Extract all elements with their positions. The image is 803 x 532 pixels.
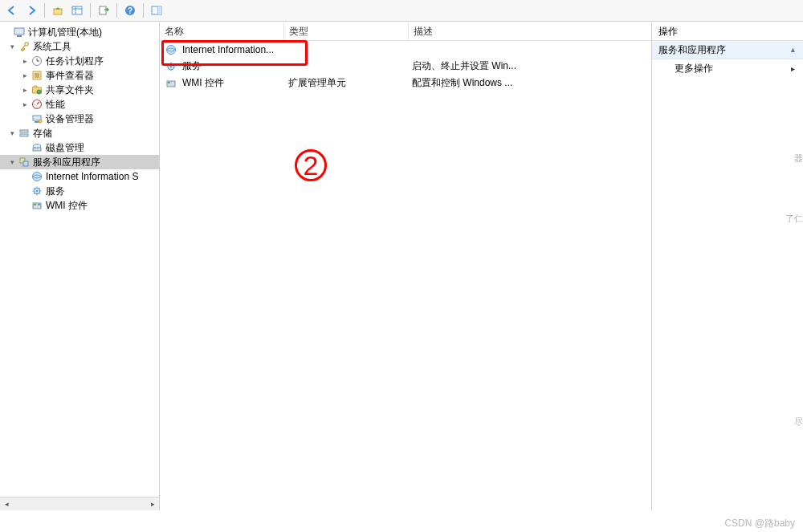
scroll-right-icon[interactable]: ▸ (146, 498, 159, 510)
main-area: 计算机管理(本地) ▾ 系统工具 ▸ 任务计划程序 ▸ 事件查看器 ▸ 共享文件 (0, 22, 803, 510)
panes-button[interactable] (68, 2, 86, 19)
tree-item-performance[interactable]: ▸ 性能 (0, 97, 159, 112)
actions-item-label: 更多操作 (675, 62, 713, 75)
back-button[interactable] (3, 2, 21, 19)
tree-label: 存储 (33, 127, 52, 140)
tree-item-storage[interactable]: ▾ 存储 (0, 126, 159, 140)
cell-text: 启动、终止并设置 Win... (407, 59, 651, 73)
forward-button[interactable] (22, 2, 40, 19)
scroll-left-icon[interactable]: ◂ (0, 498, 13, 510)
svg-rect-10 (14, 28, 24, 35)
svg-rect-35 (23, 161, 28, 166)
toolbar-separator (116, 3, 117, 18)
tree-item-iis[interactable]: Internet Information S (0, 169, 159, 184)
actions-category[interactable]: 服务和应用程序 ▲ (652, 41, 803, 59)
expander-closed-icon[interactable]: ▸ (19, 86, 31, 94)
column-header-type[interactable]: 类型 (284, 22, 409, 40)
toolbar-separator (44, 3, 45, 18)
svg-point-36 (33, 173, 42, 181)
tree-label: 服务 (46, 185, 65, 198)
svg-line-13 (23, 46, 26, 48)
svg-point-44 (170, 65, 173, 67)
actions-item-more[interactable]: 更多操作 ▸ (652, 59, 803, 77)
wmi-icon (31, 199, 43, 212)
content-pane: 名称 类型 描述 Internet Information... 服务 启动、终… (160, 22, 652, 510)
disk-icon (31, 141, 43, 154)
export-button[interactable] (95, 2, 112, 19)
tree-item-event-viewer[interactable]: ▸ 事件查看器 (0, 68, 159, 83)
edge-text: 了仁 (785, 213, 803, 225)
list-row-iis[interactable]: Internet Information... (160, 41, 651, 58)
cell-text: Internet Information... (182, 44, 274, 55)
expander-closed-icon[interactable]: ▸ (19, 57, 31, 65)
list-row-wmi[interactable]: WMI 控件 扩展管理单元 配置和控制 Windows ... (160, 75, 651, 91)
chevron-right-icon: ▸ (791, 64, 795, 73)
svg-point-42 (167, 45, 176, 54)
tree-label: 磁盘管理 (46, 141, 84, 155)
tree-label: 事件查看器 (46, 69, 94, 83)
svg-rect-4 (100, 6, 106, 14)
folder-up-icon (52, 5, 63, 16)
actions-pane-title: 操作 (652, 22, 803, 41)
expander-closed-icon[interactable]: ▸ (19, 100, 31, 108)
expander-open-icon[interactable]: ▾ (6, 158, 18, 166)
tree-label: 计算机管理(本地) (28, 26, 102, 39)
tree-item-services-apps[interactable]: ▾ 服务和应用程序 (0, 155, 159, 169)
tree-item-task-scheduler[interactable]: ▸ 任务计划程序 (0, 54, 159, 68)
svg-rect-31 (20, 134, 28, 136)
layout-icon (71, 5, 83, 16)
tree-item-device-manager[interactable]: 设备管理器 (0, 112, 159, 126)
svg-point-29 (39, 120, 42, 123)
event-viewer-icon (31, 69, 43, 82)
svg-point-22 (37, 90, 41, 94)
list-row-services[interactable]: 服务 启动、终止并设置 Win... (160, 58, 651, 75)
tree-item-services[interactable]: 服务 (0, 184, 159, 198)
computer-icon (13, 26, 26, 39)
svg-rect-30 (20, 130, 28, 132)
svg-rect-40 (34, 204, 36, 205)
svg-point-33 (34, 144, 41, 148)
actions-pane: 操作 服务和应用程序 ▲ 更多操作 ▸ (652, 22, 803, 510)
services-apps-icon (18, 156, 31, 169)
content-header: 名称 类型 描述 (160, 22, 651, 41)
annotation-circle: 2 (295, 149, 327, 181)
tree-label: WMI 控件 (46, 199, 88, 213)
cell-text: 配置和控制 Windows ... (407, 76, 651, 90)
toolbar-separator (90, 3, 91, 18)
collapse-icon: ▲ (789, 46, 797, 54)
tree-root[interactable]: 计算机管理(本地) (0, 25, 159, 39)
help-icon: ? (124, 5, 136, 16)
tree-label: 任务计划程序 (46, 55, 104, 68)
tree-label: 共享文件夹 (46, 83, 94, 97)
tree-pane: 计算机管理(本地) ▾ 系统工具 ▸ 任务计划程序 ▸ 事件查看器 ▸ 共享文件 (0, 22, 160, 510)
tree-item-shared-folders[interactable]: ▸ 共享文件夹 (0, 83, 159, 97)
tree-label: 服务和应用程序 (33, 156, 100, 169)
help-button[interactable]: ? (121, 2, 139, 19)
svg-rect-1 (72, 6, 82, 14)
up-button[interactable] (49, 2, 67, 19)
column-header-desc[interactable]: 描述 (409, 22, 651, 40)
tools-icon (18, 40, 31, 53)
tree-label: Internet Information S (46, 171, 138, 182)
actions-category-label: 服务和应用程序 (658, 43, 726, 57)
tree-item-wmi[interactable]: WMI 控件 (0, 198, 159, 213)
cell-text: 服务 (182, 59, 202, 73)
svg-rect-11 (17, 35, 22, 37)
cell-text: 扩展管理单元 (283, 76, 407, 90)
iis-icon (31, 170, 43, 183)
svg-text:?: ? (128, 6, 132, 15)
wmi-icon (165, 77, 177, 90)
gear-icon (165, 60, 177, 73)
expander-closed-icon[interactable]: ▸ (19, 71, 31, 79)
watermark: CSDN @路baby (724, 517, 795, 530)
svg-point-38 (36, 190, 39, 193)
tree-item-system-tools[interactable]: ▾ 系统工具 (0, 39, 159, 54)
tree-item-disk-management[interactable]: 磁盘管理 (0, 140, 159, 155)
tree-label: 系统工具 (33, 40, 71, 54)
tree-horizontal-scrollbar[interactable]: ◂ ▸ (0, 497, 159, 510)
column-header-name[interactable]: 名称 (160, 22, 284, 40)
show-action-pane-button[interactable] (148, 2, 165, 19)
expander-open-icon[interactable]: ▾ (6, 43, 18, 51)
expander-open-icon[interactable]: ▾ (6, 129, 18, 137)
annotation-number: 2 (304, 152, 319, 179)
